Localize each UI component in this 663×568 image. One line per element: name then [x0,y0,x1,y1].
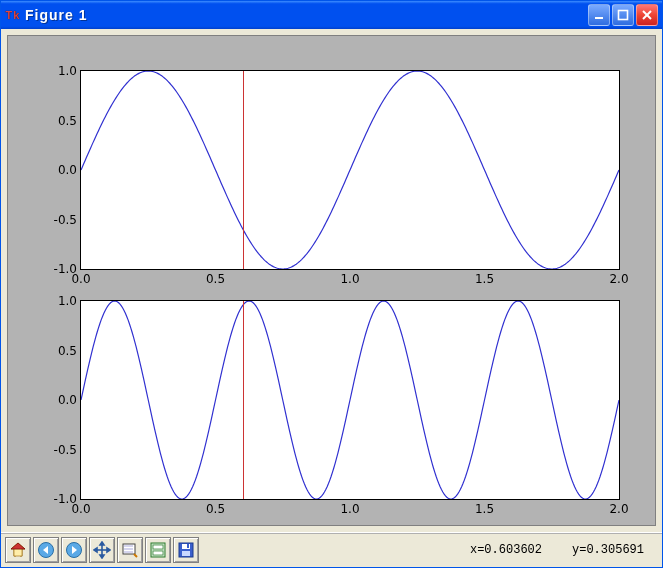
app-window: Tk Figure 1 [0,0,663,568]
ytick-label: 1.0 [58,64,77,78]
svg-rect-22 [153,545,163,549]
back-button[interactable] [33,537,59,563]
ytick-label: 0.5 [58,344,77,358]
maximize-button[interactable] [612,4,634,26]
xtick-label: 0.0 [71,502,90,516]
tk-icon: Tk [5,7,21,23]
svg-rect-27 [187,544,189,548]
xtick-label: 1.0 [340,502,359,516]
xtick-label: 1.5 [475,502,494,516]
subplots-button[interactable] [145,537,171,563]
coord-y: y=0.305691 [572,543,644,557]
window-controls [588,4,658,26]
xtick-label: 1.5 [475,272,494,286]
back-icon [37,541,55,559]
ytick-label: 1.0 [58,294,77,308]
ytick-label: 0.0 [58,393,77,407]
coord-x: x=0.603602 [470,543,542,557]
nav-toolbar: x=0.603602 y=0.305691 [1,532,662,567]
ytick-label: -0.5 [54,443,77,457]
forward-icon [65,541,83,559]
save-icon [177,541,195,559]
zoom-button[interactable] [117,537,143,563]
minimize-button[interactable] [588,4,610,26]
top-plot[interactable]: 1.0 0.5 0.0 -0.5 -1.0 0.0 0.5 1.0 1.5 2.… [80,70,620,270]
svg-rect-23 [153,551,163,555]
pan-icon [93,541,111,559]
svg-rect-1 [619,11,628,20]
ytick-label: -0.5 [54,213,77,227]
figure-canvas[interactable]: 1.0 0.5 0.0 -0.5 -1.0 0.0 0.5 1.0 1.5 2.… [7,35,656,526]
svg-rect-5 [14,549,22,556]
bottom-plot-curve [81,301,619,499]
top-plot-curve [81,71,619,269]
xtick-label: 0.5 [206,272,225,286]
ytick-label: 0.0 [58,163,77,177]
window-title: Figure 1 [25,7,87,23]
client-area: 1.0 0.5 0.0 -0.5 -1.0 0.0 0.5 1.0 1.5 2.… [1,29,662,567]
minimize-icon [593,9,605,21]
svg-rect-0 [595,17,603,19]
xtick-label: 0.0 [71,272,90,286]
forward-button[interactable] [61,537,87,563]
cursor-vline-top [243,71,244,269]
xtick-label: 2.0 [609,502,628,516]
bottom-plot[interactable]: 1.0 0.5 0.0 -0.5 -1.0 0.0 0.5 1.0 1.5 2.… [80,300,620,500]
pan-button[interactable] [89,537,115,563]
maximize-icon [617,9,629,21]
xtick-label: 1.0 [340,272,359,286]
xtick-label: 0.5 [206,502,225,516]
home-button[interactable] [5,537,31,563]
subplots-icon [149,541,167,559]
xtick-label: 2.0 [609,272,628,286]
ytick-label: 0.5 [58,114,77,128]
home-icon [9,541,27,559]
svg-rect-26 [182,551,190,556]
zoom-icon [121,541,139,559]
svg-marker-6 [11,543,25,549]
titlebar[interactable]: Tk Figure 1 [1,1,662,29]
close-button[interactable] [636,4,658,26]
close-icon [641,9,653,21]
cursor-vline-bottom [243,301,244,499]
coord-readout: x=0.603602 y=0.305691 [470,543,644,557]
save-button[interactable] [173,537,199,563]
